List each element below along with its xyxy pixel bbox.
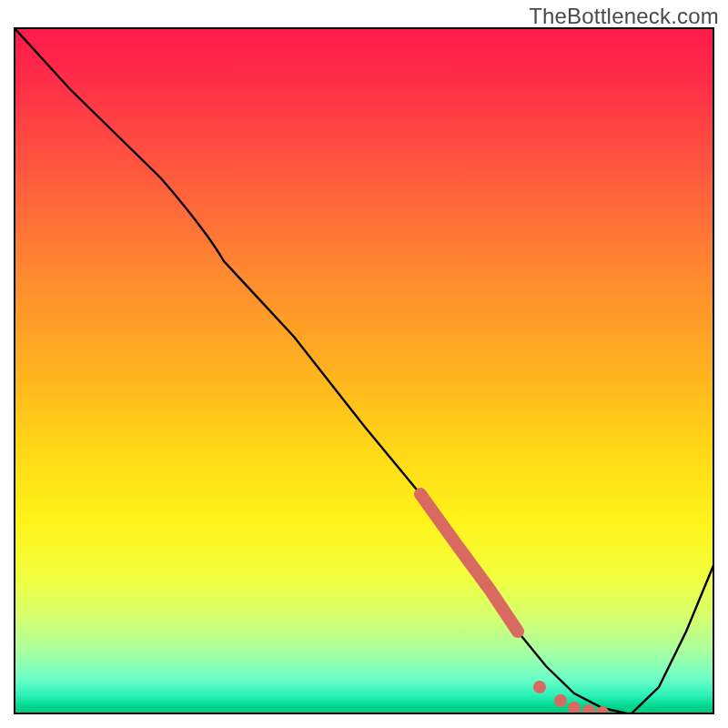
- curve-layer: [14, 27, 714, 714]
- highlight-segment: [420, 494, 518, 632]
- svg-point-4: [596, 706, 609, 714]
- svg-point-2: [568, 702, 581, 714]
- watermark-text: TheBottleneck.com: [529, 4, 719, 29]
- svg-point-0: [533, 681, 546, 693]
- svg-point-3: [582, 704, 595, 714]
- bottleneck-curve-line: [14, 27, 714, 714]
- chart-stage: TheBottleneck.com: [0, 0, 728, 728]
- highlight-dots: [533, 681, 609, 714]
- svg-point-1: [554, 694, 567, 707]
- plot-area: [14, 27, 714, 714]
